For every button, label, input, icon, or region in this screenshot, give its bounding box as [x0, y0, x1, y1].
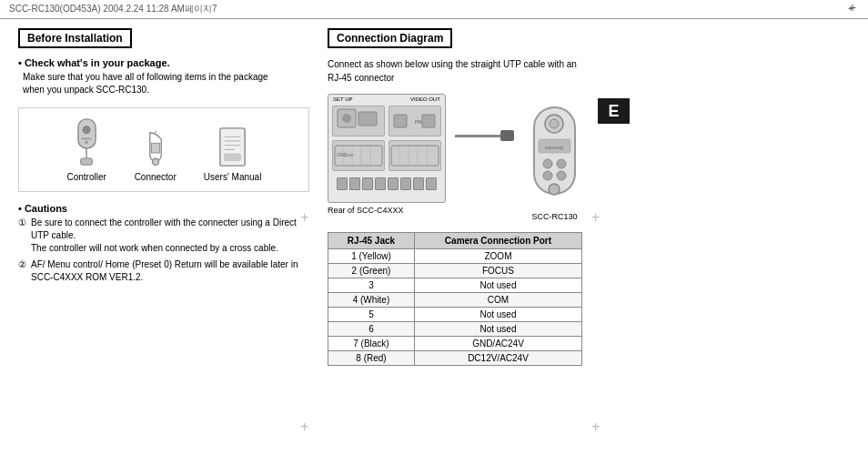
connection-table: RJ-45 Jack Camera Connection Port 1 (Yel… [328, 232, 582, 366]
panel-ports-row [328, 175, 445, 193]
check-title: • Check what's in your package. [18, 57, 309, 68]
rj45-plug [500, 130, 514, 141]
svg-point-1 [82, 126, 90, 134]
cable [455, 135, 500, 137]
camera-port-cell: FOCUS [414, 264, 581, 278]
cable-area [455, 130, 516, 141]
table-row: 1 (Yellow)ZOOM [328, 249, 582, 264]
svg-point-3 [85, 141, 88, 145]
port-5 [388, 177, 399, 190]
table-row: 2 (Green)FOCUS [328, 264, 582, 278]
caution1-sub: The controller will not work when connec… [31, 242, 309, 255]
remote-controller-svg: samsung [525, 98, 584, 207]
rj45-jack-cell: 2 (Green) [328, 264, 415, 278]
svg-rect-14 [225, 154, 241, 161]
svg-rect-8 [151, 143, 159, 153]
left-column: Before Installation • Check what's in yo… [18, 28, 309, 440]
package-icons-row: Controller Connector [18, 107, 309, 192]
caution2-text: AF/ Menu control/ Home (Preset 0) Return… [31, 258, 309, 284]
panel-section-2: PAN [389, 106, 441, 136]
panel-inner: PAN GND +1 [328, 102, 445, 175]
svg-text:+12V: +12V [345, 153, 354, 157]
controller-icon [66, 117, 107, 167]
svg-point-7 [152, 158, 158, 165]
desc1: Connect as shown below using the straigh… [328, 59, 577, 69]
manual-label: Users' Manual [204, 172, 262, 182]
scc-label: SCC-RC130 [531, 212, 577, 221]
rj45-jack-cell: 8 (Red) [328, 351, 415, 366]
e-badge: E [598, 98, 630, 124]
diagram-left: SET UPVIDEO OUT [328, 94, 446, 215]
table-header: RJ-45 Jack Camera Connection Port [328, 233, 582, 249]
table-row: 8 (Red)DC12V/AC24V [328, 351, 582, 366]
port-8 [426, 177, 437, 190]
svg-point-39 [557, 159, 566, 168]
panel-section-4 [389, 140, 441, 171]
rear-panel: SET UPVIDEO OUT [328, 94, 446, 203]
svg-rect-5 [80, 158, 92, 165]
caution1-content: Be sure to connect the controller with t… [31, 217, 309, 255]
camera-port-cell: DC12V/AC24V [414, 351, 581, 366]
diagram-badges: E [598, 98, 630, 124]
caution-1: ① Be sure to connect the controller with… [18, 217, 309, 255]
rj45-jack-cell: 1 (Yellow) [328, 249, 415, 264]
port-6 [400, 177, 411, 190]
svg-rect-18 [394, 115, 407, 127]
caution1-text: Be sure to connect the controller with t… [31, 217, 309, 242]
port-7 [413, 177, 424, 190]
panel-section-1 [332, 106, 385, 136]
svg-rect-20 [422, 115, 435, 127]
desc2: RJ-45 connector [328, 73, 394, 83]
svg-point-41 [557, 171, 566, 180]
caution-2: ② AF/ Menu control/ Home (Preset 0) Retu… [18, 258, 309, 284]
rj45-jack-cell: 5 [328, 308, 415, 322]
connector-icon [142, 131, 169, 167]
svg-point-42 [549, 184, 560, 195]
port-3 [362, 177, 373, 190]
svg-point-40 [543, 171, 552, 180]
col-camera: Camera Connection Port [414, 233, 581, 249]
connector-label: Connector [135, 172, 177, 182]
table-row: 3Not used [328, 278, 582, 293]
rear-label: Rear of SCC-C4XXX [328, 206, 446, 215]
header-text: SCC-RC130(OD453A) 2004.2.24 11:28 AM페이지7 [9, 3, 217, 15]
camera-port-cell: GND/AC24V [414, 337, 581, 351]
diagram-area: SET UPVIDEO OUT [328, 94, 850, 221]
table-row: 6Not used [328, 322, 582, 337]
remote-area: samsung SCC-RC130 [525, 98, 584, 221]
table-row: 4 (White)COM [328, 293, 582, 308]
controller-label: Controller [66, 172, 106, 182]
connection-desc: Connect as shown below using the straigh… [328, 57, 850, 85]
rj45-jack-cell: 6 [328, 322, 415, 337]
caution1-num: ① [18, 217, 26, 255]
svg-point-16 [342, 114, 351, 123]
table-body: 1 (Yellow)ZOOM2 (Green)FOCUS3Not used4 (… [328, 249, 582, 366]
controller-item: Controller [66, 117, 107, 182]
cautions-section: • Cautions ① Be sure to connect the cont… [18, 203, 309, 284]
header-crosshair-icon: + [848, 4, 859, 15]
port-4 [375, 177, 386, 190]
svg-text:samsung: samsung [545, 145, 564, 150]
camera-port-cell: COM [414, 293, 581, 308]
check-text2: when you unpack SCC-RC130. [18, 84, 309, 96]
table-row: 5Not used [328, 308, 582, 322]
camera-port-cell: Not used [414, 308, 581, 322]
port-1 [337, 177, 348, 190]
manual-icon [217, 126, 248, 167]
svg-rect-28 [391, 146, 439, 166]
svg-point-35 [550, 119, 559, 128]
panel-section-3: GND +12V [332, 140, 385, 171]
rj45-jack-cell: 3 [328, 278, 415, 293]
connector-item: Connector [135, 131, 177, 182]
check-package-section: • Check what's in your package. Make sur… [18, 57, 309, 96]
rj45-jack-cell: 4 (White) [328, 293, 415, 308]
manual-item: Users' Manual [204, 126, 262, 182]
cautions-title: • Cautions [18, 203, 309, 214]
svg-rect-2 [81, 137, 91, 140]
camera-port-cell: Not used [414, 278, 581, 293]
camera-port-cell: ZOOM [414, 249, 581, 264]
check-text1: Make sure that you have all of following… [18, 71, 309, 84]
connection-diagram-header: Connection Diagram [328, 28, 452, 48]
before-installation-header: Before Installation [18, 28, 132, 48]
col-rj45: RJ-45 Jack [328, 233, 415, 249]
